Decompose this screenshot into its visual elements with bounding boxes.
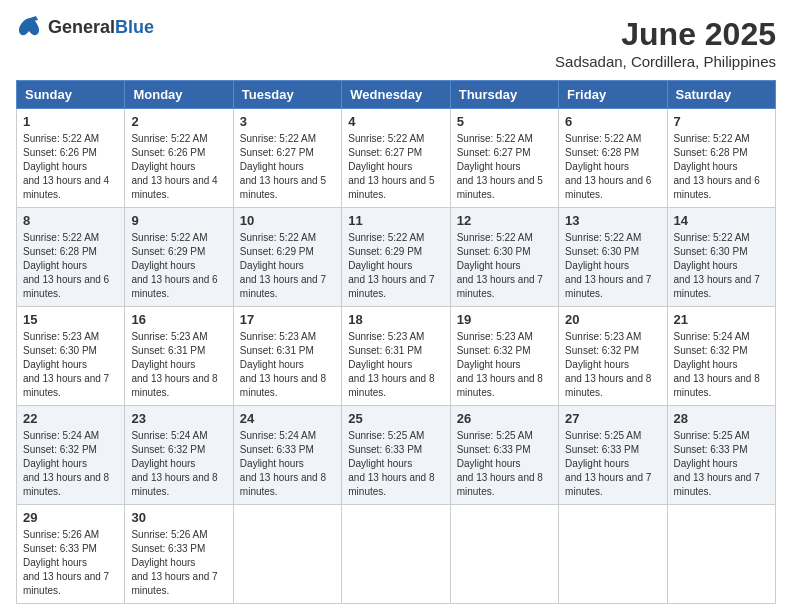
table-row [667,505,775,604]
table-row: 29 Sunrise: 5:26 AM Sunset: 6:33 PM Dayl… [17,505,125,604]
day-number: 17 [240,312,335,327]
day-info: Sunrise: 5:22 AM Sunset: 6:30 PM Dayligh… [674,231,769,301]
day-info: Sunrise: 5:23 AM Sunset: 6:32 PM Dayligh… [565,330,660,400]
day-info: Sunrise: 5:22 AM Sunset: 6:29 PM Dayligh… [240,231,335,301]
day-number: 27 [565,411,660,426]
logo-blue: Blue [115,17,154,37]
day-info: Sunrise: 5:22 AM Sunset: 6:26 PM Dayligh… [131,132,226,202]
title-area: June 2025 Sadsadan, Cordillera, Philippi… [555,16,776,70]
table-row: 27 Sunrise: 5:25 AM Sunset: 6:33 PM Dayl… [559,406,667,505]
day-number: 25 [348,411,443,426]
day-info: Sunrise: 5:22 AM Sunset: 6:29 PM Dayligh… [131,231,226,301]
calendar-row: 8 Sunrise: 5:22 AM Sunset: 6:28 PM Dayli… [17,208,776,307]
table-row: 17 Sunrise: 5:23 AM Sunset: 6:31 PM Dayl… [233,307,341,406]
table-row: 7 Sunrise: 5:22 AM Sunset: 6:28 PM Dayli… [667,109,775,208]
day-number: 9 [131,213,226,228]
col-monday: Monday [125,81,233,109]
day-number: 6 [565,114,660,129]
day-info: Sunrise: 5:26 AM Sunset: 6:33 PM Dayligh… [131,528,226,598]
table-row: 23 Sunrise: 5:24 AM Sunset: 6:32 PM Dayl… [125,406,233,505]
day-number: 14 [674,213,769,228]
table-row: 28 Sunrise: 5:25 AM Sunset: 6:33 PM Dayl… [667,406,775,505]
day-number: 13 [565,213,660,228]
day-number: 7 [674,114,769,129]
day-number: 4 [348,114,443,129]
table-row: 8 Sunrise: 5:22 AM Sunset: 6:28 PM Dayli… [17,208,125,307]
day-info: Sunrise: 5:22 AM Sunset: 6:28 PM Dayligh… [23,231,118,301]
day-number: 20 [565,312,660,327]
table-row: 16 Sunrise: 5:23 AM Sunset: 6:31 PM Dayl… [125,307,233,406]
calendar-row: 15 Sunrise: 5:23 AM Sunset: 6:30 PM Dayl… [17,307,776,406]
day-number: 1 [23,114,118,129]
day-number: 11 [348,213,443,228]
table-row: 15 Sunrise: 5:23 AM Sunset: 6:30 PM Dayl… [17,307,125,406]
day-info: Sunrise: 5:24 AM Sunset: 6:32 PM Dayligh… [23,429,118,499]
month-year: June 2025 [555,16,776,53]
table-row: 1 Sunrise: 5:22 AM Sunset: 6:26 PM Dayli… [17,109,125,208]
day-info: Sunrise: 5:25 AM Sunset: 6:33 PM Dayligh… [565,429,660,499]
table-row: 30 Sunrise: 5:26 AM Sunset: 6:33 PM Dayl… [125,505,233,604]
day-info: Sunrise: 5:25 AM Sunset: 6:33 PM Dayligh… [457,429,552,499]
table-row: 18 Sunrise: 5:23 AM Sunset: 6:31 PM Dayl… [342,307,450,406]
day-info: Sunrise: 5:24 AM Sunset: 6:33 PM Dayligh… [240,429,335,499]
table-row: 19 Sunrise: 5:23 AM Sunset: 6:32 PM Dayl… [450,307,558,406]
table-row: 2 Sunrise: 5:22 AM Sunset: 6:26 PM Dayli… [125,109,233,208]
day-number: 19 [457,312,552,327]
day-info: Sunrise: 5:23 AM Sunset: 6:31 PM Dayligh… [240,330,335,400]
header: GeneralBlue June 2025 Sadsadan, Cordille… [16,16,776,70]
day-info: Sunrise: 5:23 AM Sunset: 6:30 PM Dayligh… [23,330,118,400]
col-tuesday: Tuesday [233,81,341,109]
logo-text: GeneralBlue [48,17,154,38]
day-info: Sunrise: 5:22 AM Sunset: 6:30 PM Dayligh… [565,231,660,301]
table-row: 22 Sunrise: 5:24 AM Sunset: 6:32 PM Dayl… [17,406,125,505]
table-row [233,505,341,604]
table-row: 24 Sunrise: 5:24 AM Sunset: 6:33 PM Dayl… [233,406,341,505]
day-info: Sunrise: 5:22 AM Sunset: 6:28 PM Dayligh… [565,132,660,202]
calendar-header-row: Sunday Monday Tuesday Wednesday Thursday… [17,81,776,109]
table-row [342,505,450,604]
col-friday: Friday [559,81,667,109]
col-wednesday: Wednesday [342,81,450,109]
table-row: 5 Sunrise: 5:22 AM Sunset: 6:27 PM Dayli… [450,109,558,208]
table-row: 4 Sunrise: 5:22 AM Sunset: 6:27 PM Dayli… [342,109,450,208]
day-info: Sunrise: 5:22 AM Sunset: 6:28 PM Dayligh… [674,132,769,202]
day-info: Sunrise: 5:23 AM Sunset: 6:31 PM Dayligh… [131,330,226,400]
day-info: Sunrise: 5:22 AM Sunset: 6:26 PM Dayligh… [23,132,118,202]
day-info: Sunrise: 5:23 AM Sunset: 6:32 PM Dayligh… [457,330,552,400]
day-number: 22 [23,411,118,426]
table-row: 21 Sunrise: 5:24 AM Sunset: 6:32 PM Dayl… [667,307,775,406]
day-number: 26 [457,411,552,426]
day-number: 24 [240,411,335,426]
calendar-row: 29 Sunrise: 5:26 AM Sunset: 6:33 PM Dayl… [17,505,776,604]
day-number: 3 [240,114,335,129]
day-number: 10 [240,213,335,228]
day-number: 5 [457,114,552,129]
day-number: 23 [131,411,226,426]
table-row: 10 Sunrise: 5:22 AM Sunset: 6:29 PM Dayl… [233,208,341,307]
calendar-row: 1 Sunrise: 5:22 AM Sunset: 6:26 PM Dayli… [17,109,776,208]
day-info: Sunrise: 5:22 AM Sunset: 6:27 PM Dayligh… [457,132,552,202]
logo-bird-icon [16,16,44,38]
day-info: Sunrise: 5:22 AM Sunset: 6:30 PM Dayligh… [457,231,552,301]
logo-general: General [48,17,115,37]
day-info: Sunrise: 5:24 AM Sunset: 6:32 PM Dayligh… [674,330,769,400]
table-row: 25 Sunrise: 5:25 AM Sunset: 6:33 PM Dayl… [342,406,450,505]
table-row [559,505,667,604]
table-row: 14 Sunrise: 5:22 AM Sunset: 6:30 PM Dayl… [667,208,775,307]
day-number: 8 [23,213,118,228]
day-number: 12 [457,213,552,228]
table-row: 6 Sunrise: 5:22 AM Sunset: 6:28 PM Dayli… [559,109,667,208]
day-info: Sunrise: 5:22 AM Sunset: 6:27 PM Dayligh… [348,132,443,202]
day-number: 15 [23,312,118,327]
col-thursday: Thursday [450,81,558,109]
day-info: Sunrise: 5:24 AM Sunset: 6:32 PM Dayligh… [131,429,226,499]
day-number: 30 [131,510,226,525]
day-number: 28 [674,411,769,426]
table-row: 9 Sunrise: 5:22 AM Sunset: 6:29 PM Dayli… [125,208,233,307]
day-info: Sunrise: 5:22 AM Sunset: 6:27 PM Dayligh… [240,132,335,202]
day-number: 16 [131,312,226,327]
day-info: Sunrise: 5:26 AM Sunset: 6:33 PM Dayligh… [23,528,118,598]
calendar-row: 22 Sunrise: 5:24 AM Sunset: 6:32 PM Dayl… [17,406,776,505]
location: Sadsadan, Cordillera, Philippines [555,53,776,70]
calendar: Sunday Monday Tuesday Wednesday Thursday… [16,80,776,604]
